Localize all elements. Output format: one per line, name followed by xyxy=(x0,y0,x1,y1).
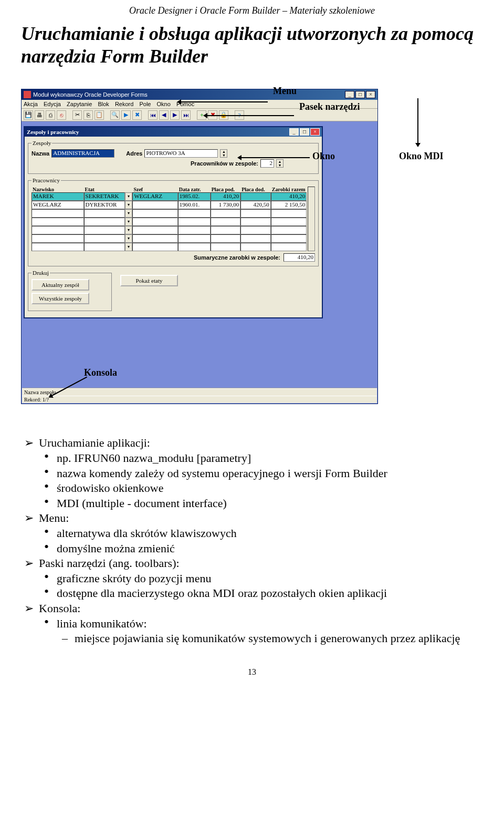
item-menu: Menu: alternatywa dla skrótów klawiszowy… xyxy=(39,511,483,556)
cell-ppod[interactable]: 1 730,00 xyxy=(211,201,241,209)
annotation-window: Okno xyxy=(312,151,335,162)
list-item: alternatywa dla skrótów klawiszowych xyxy=(57,526,483,541)
next-block-icon[interactable]: ⏭ xyxy=(181,110,191,120)
prev-rec-icon[interactable]: ◀ xyxy=(159,110,169,120)
form-close-button[interactable]: × xyxy=(310,128,320,136)
menu-pole[interactable]: Pole xyxy=(139,101,151,107)
annotation-toolbar: Pasek narzędzi xyxy=(299,101,360,112)
col-ppod: Płaca pod. xyxy=(211,187,241,192)
cell-szef[interactable] xyxy=(132,201,177,209)
table-row[interactable]: ▾ xyxy=(32,218,307,226)
form-maximize-button[interactable]: □ xyxy=(300,128,309,136)
paste-icon[interactable]: 📋 xyxy=(94,110,104,120)
menu-edycja[interactable]: Edycja xyxy=(44,101,61,107)
print-current-button[interactable]: Aktualny zespół xyxy=(32,279,89,291)
form-minimize-button[interactable]: _ xyxy=(289,128,299,136)
page-title: Uruchamianie i obsługa aplikacji utworzo… xyxy=(21,23,483,68)
cell-pdod[interactable]: 420,50 xyxy=(240,201,271,209)
annotation-console: Konsola xyxy=(84,367,117,378)
item-paski: Paski narzędzi (ang. toolbars): graficzn… xyxy=(39,556,483,601)
cell-nazwisko[interactable]: WEGLARZ xyxy=(32,201,84,209)
screenshot-figure: Moduł wykonawczy Oracle Developer Forms … xyxy=(21,89,483,404)
query-cancel-icon[interactable]: ✖ xyxy=(132,110,142,120)
table-row[interactable]: ▾ xyxy=(32,243,307,251)
menu-akcja[interactable]: Akcja xyxy=(24,101,38,107)
app-icon xyxy=(24,91,31,98)
zespol-spinner[interactable]: ▲▼ xyxy=(220,149,227,158)
table-row[interactable]: MAREK SEKRETARK▾ WEGLARZ 1985.02. 410,20… xyxy=(32,192,307,201)
col-razem: Zarobki razem xyxy=(271,187,307,192)
arrow-toolbar xyxy=(205,115,294,116)
menu-okno[interactable]: Okno xyxy=(157,101,171,107)
print-all-button[interactable]: Wszystkie zespoły xyxy=(32,293,89,304)
exit-icon[interactable]: ⎋ xyxy=(57,110,66,120)
print-icon[interactable]: 🖶 xyxy=(35,110,44,120)
minimize-button[interactable]: _ xyxy=(345,91,354,98)
maximize-button[interactable]: □ xyxy=(355,91,365,98)
prac-count-field[interactable]: 2 xyxy=(260,159,274,168)
drukuj-legend: Drukuj xyxy=(32,270,50,276)
document-header: Oracle Designer i Oracle Form Builder – … xyxy=(21,0,483,23)
arrow-window xyxy=(239,157,310,158)
sum-label: Sumaryczne zarobki w zespole: xyxy=(194,254,280,261)
list-item: nazwa komendy zależy od systemu operacyj… xyxy=(57,466,483,481)
list-item: MDI (multiple - document interface) xyxy=(57,496,483,511)
form-title: Zespoły i pracownicy xyxy=(27,129,79,135)
list-item: linia komunikatów: miejsce pojawiania si… xyxy=(57,616,483,646)
sum-field: 410,20 xyxy=(284,253,315,262)
table-row[interactable]: ▾ xyxy=(32,234,307,243)
arrow-menu xyxy=(178,101,268,102)
cell-data[interactable]: 1985.02. xyxy=(178,192,211,201)
save-icon[interactable]: 💾 xyxy=(24,110,33,120)
etat-dropdown-icon[interactable]: ▾ xyxy=(125,209,132,218)
list-item: domyślne można zmienić xyxy=(57,541,483,556)
print-setup-icon[interactable]: ⎙ xyxy=(46,110,55,120)
form-titlebar: Zespoły i pracownicy _ □ × xyxy=(25,127,322,137)
cell-razem[interactable]: 2 150,50 xyxy=(271,201,307,209)
cell-nazwisko[interactable]: MAREK xyxy=(32,192,84,201)
prev-block-icon[interactable]: ⏮ xyxy=(148,110,158,120)
status-line2: Rekord: 1/? xyxy=(22,396,377,403)
item-uruchamianie: Uruchamianie aplikacji: np. IFRUN60 nazw… xyxy=(39,436,483,511)
nazwa-field[interactable]: ADMINISTRACJA xyxy=(51,149,114,158)
cell-etat[interactable]: DYREKTOR xyxy=(84,201,125,209)
etat-dropdown-icon[interactable]: ▾ xyxy=(125,243,132,251)
prac-spinner[interactable]: ▲▼ xyxy=(276,159,284,168)
cell-szef[interactable]: WEGLARZ xyxy=(132,192,177,201)
cell-ppod[interactable]: 410,20 xyxy=(211,192,241,201)
annotation-mdi: Okno MDI xyxy=(399,151,444,162)
menu-rekord[interactable]: Rekord xyxy=(115,101,133,107)
col-etat: Etat xyxy=(84,187,133,192)
table-scrollbar[interactable] xyxy=(308,187,315,251)
cut-icon[interactable]: ✂ xyxy=(72,110,82,120)
etat-dropdown-icon[interactable]: ▾ xyxy=(125,234,132,243)
mdi-title: Moduł wykonawczy Oracle Developer Forms xyxy=(33,91,148,98)
etat-dropdown-icon[interactable]: ▾ xyxy=(125,226,132,234)
list-item: dostępne dla macierzystego okna MDI oraz… xyxy=(57,586,483,601)
query-execute-icon[interactable]: ▶ xyxy=(121,110,131,120)
cell-pdod[interactable] xyxy=(240,192,271,201)
cell-etat[interactable]: SEKRETARK xyxy=(84,192,125,201)
copy-icon[interactable]: ⎘ xyxy=(83,110,93,120)
cell-razem[interactable]: 410,20 xyxy=(271,192,307,201)
form-window: Zespoły i pracownicy _ □ × Zespoły Nazwa… xyxy=(24,126,323,318)
zespoly-legend: Zespoły xyxy=(32,140,52,146)
etat-dropdown-icon[interactable]: ▾ xyxy=(125,192,132,201)
status-line1: Nazwa zespołu xyxy=(22,388,377,396)
table-row[interactable]: ▾ xyxy=(32,209,307,218)
adres-field[interactable]: PIOTROWO 3A xyxy=(144,149,218,158)
mdi-window: Moduł wykonawczy Oracle Developer Forms … xyxy=(21,89,378,404)
pracownicy-table: Nazwisko Etat Szef Data zatr. Płaca pod.… xyxy=(32,187,307,251)
query-enter-icon[interactable]: 🔍 xyxy=(110,110,120,120)
close-button[interactable]: × xyxy=(366,91,375,98)
etat-dropdown-icon[interactable]: ▾ xyxy=(125,201,132,209)
menu-blok[interactable]: Blok xyxy=(98,101,109,107)
table-row[interactable]: WEGLARZ DYREKTOR▾ 1960.01. 1 730,00 420,… xyxy=(32,201,307,209)
cell-data[interactable]: 1960.01. xyxy=(178,201,211,209)
etat-dropdown-icon[interactable]: ▾ xyxy=(125,218,132,226)
menu-zapytanie[interactable]: Zapytanie xyxy=(67,101,92,107)
list-item: graficzne skróty do pozycji menu xyxy=(57,571,483,586)
show-etaty-button[interactable]: Pokaż etaty xyxy=(120,275,178,286)
table-row[interactable]: ▾ xyxy=(32,226,307,234)
next-rec-icon[interactable]: ▶ xyxy=(170,110,180,120)
